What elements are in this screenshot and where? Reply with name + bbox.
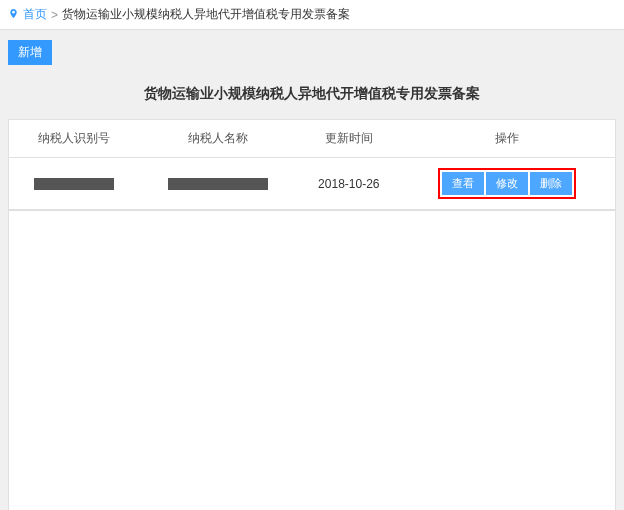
- view-button[interactable]: 查看: [442, 172, 484, 195]
- page-title: 货物运输业小规模纳税人异地代开增值税专用发票备案: [0, 73, 624, 119]
- delete-button[interactable]: 删除: [530, 172, 572, 195]
- breadcrumb-home-link[interactable]: 首页: [23, 6, 47, 23]
- table-row: 2018-10-26 查看 修改 删除: [9, 158, 615, 210]
- edit-button[interactable]: 修改: [486, 172, 528, 195]
- table-header-row: 纳税人识别号 纳税人名称 更新时间 操作: [9, 120, 615, 158]
- breadcrumb: 首页 > 货物运输业小规模纳税人异地代开增值税专用发票备案: [0, 0, 624, 30]
- cell-actions: 查看 修改 删除: [400, 158, 615, 210]
- toolbar: 新增: [0, 30, 624, 73]
- cell-update-time: 2018-10-26: [298, 158, 400, 210]
- add-button[interactable]: 新增: [8, 40, 52, 65]
- redacted-text: [168, 178, 268, 190]
- col-header-actions: 操作: [400, 120, 615, 158]
- data-table: 纳税人识别号 纳税人名称 更新时间 操作 2018-10-26 查看 修改: [8, 119, 616, 211]
- cell-taxpayer-id: [9, 158, 139, 210]
- col-header-update-time: 更新时间: [298, 120, 400, 158]
- breadcrumb-separator: >: [51, 8, 58, 22]
- col-header-taxpayer-name: 纳税人名称: [139, 120, 298, 158]
- table-blank-area: [8, 211, 616, 510]
- breadcrumb-current: 货物运输业小规模纳税人异地代开增值税专用发票备案: [62, 6, 350, 23]
- location-pin-icon: [8, 7, 19, 23]
- col-header-taxpayer-id: 纳税人识别号: [9, 120, 139, 158]
- cell-taxpayer-name: [139, 158, 298, 210]
- action-highlight-box: 查看 修改 删除: [438, 168, 576, 199]
- redacted-text: [34, 178, 114, 190]
